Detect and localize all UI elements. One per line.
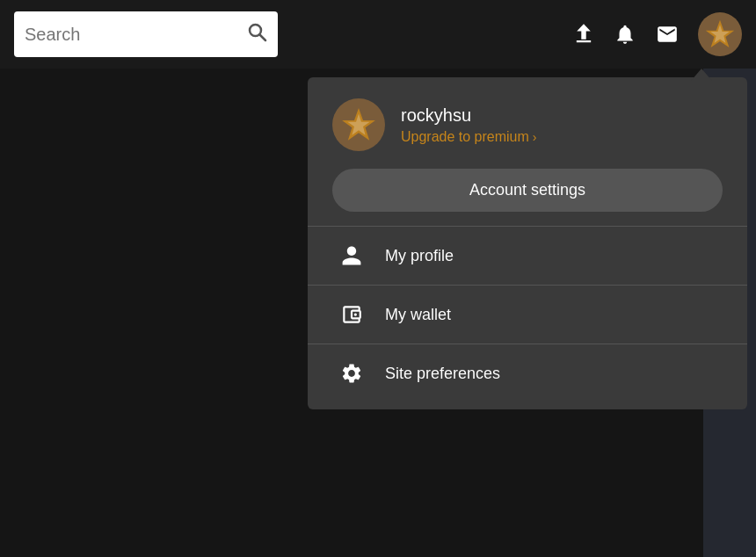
dropdown-header: rockyhsu Upgrade to premium › (308, 77, 747, 165)
menu-item-my-profile[interactable]: My profile (308, 227, 747, 285)
upload-icon[interactable] (571, 22, 596, 47)
dropdown-arrow (691, 69, 712, 81)
user-avatar[interactable] (698, 12, 742, 56)
mail-icon[interactable] (654, 23, 680, 46)
search-box[interactable] (14, 11, 278, 57)
search-input[interactable] (25, 25, 239, 45)
site-preferences-label: Site preferences (385, 365, 500, 383)
svg-point-6 (354, 313, 357, 315)
username: rockyhsu (401, 105, 537, 126)
upgrade-to-premium-link[interactable]: Upgrade to premium › (401, 129, 537, 145)
search-icon (246, 21, 267, 47)
upgrade-text: Upgrade to premium (401, 129, 529, 145)
wallet-icon (339, 303, 364, 326)
header-avatar (332, 98, 385, 151)
account-settings-button[interactable]: Account settings (332, 169, 723, 212)
my-wallet-label: My wallet (385, 306, 451, 324)
header-info: rockyhsu Upgrade to premium › (401, 105, 537, 145)
my-profile-label: My profile (385, 247, 454, 265)
menu-item-site-preferences[interactable]: Site preferences (308, 344, 747, 402)
gear-icon (339, 362, 364, 385)
upgrade-chevron-icon: › (533, 130, 537, 144)
nav-icons (571, 12, 742, 56)
person-icon (339, 244, 364, 267)
notification-bell-icon[interactable] (614, 23, 636, 46)
dropdown-panel: rockyhsu Upgrade to premium › Account se… (308, 77, 747, 409)
svg-line-1 (260, 35, 266, 41)
navbar (0, 0, 756, 69)
menu-item-my-wallet[interactable]: My wallet (308, 286, 747, 344)
